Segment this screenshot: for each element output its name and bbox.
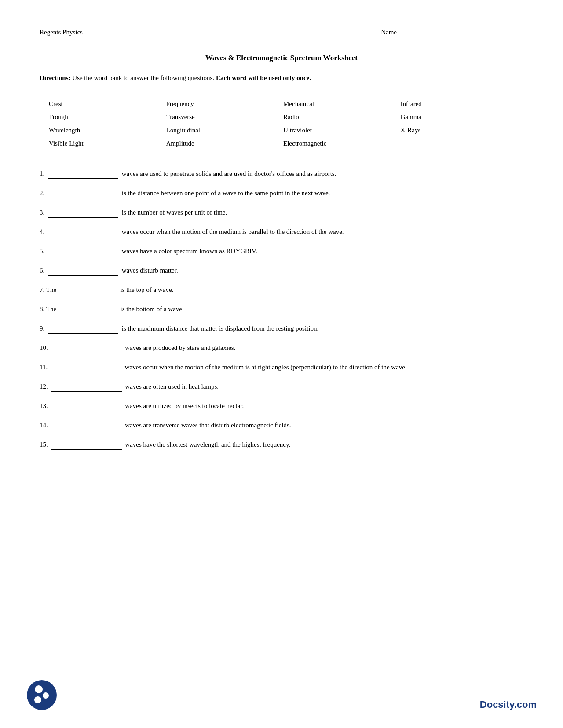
q1-text: waves are used to penetrate solids and a…	[120, 170, 336, 177]
word-bank-grid: Crest Frequency Mechanical Infrared Trou…	[47, 98, 516, 149]
q9-text: is the maximum distance that matter is d…	[120, 325, 318, 332]
q11-number: 11.	[40, 364, 49, 371]
q3-text: is the number of waves per unit of time.	[120, 209, 227, 216]
question-7: 7. The is the top of a wave.	[40, 284, 523, 295]
q2-blank[interactable]	[48, 190, 118, 198]
q4-number: 4.	[40, 228, 46, 235]
q13-text: waves are utilized by insects to locate …	[124, 402, 244, 409]
word-longitudinal: Longitudinal	[165, 124, 282, 136]
q4-blank[interactable]	[48, 229, 118, 237]
word-ultraviolet: Ultraviolet	[282, 124, 399, 136]
q2-text: is the distance between one point of a w…	[120, 189, 330, 197]
word-infrared: Infrared	[399, 98, 516, 110]
q14-blank[interactable]	[51, 422, 122, 430]
q10-number: 10.	[40, 344, 50, 351]
question-9: 9. is the maximum distance that matter i…	[40, 323, 523, 334]
name-label: Name	[381, 29, 397, 36]
question-15: 15. waves have the shortest wavelength a…	[40, 439, 523, 450]
directions-label: Directions:	[40, 74, 71, 81]
word-empty	[399, 137, 516, 149]
svg-point-0	[27, 680, 57, 710]
questions-section: 1. waves are used to penetrate solids an…	[40, 168, 523, 450]
question-11: 11. waves occur when the motion of the m…	[40, 362, 523, 372]
q12-number: 12.	[40, 383, 50, 390]
q5-text: waves have a color spectrum known as ROY…	[120, 248, 257, 255]
q5-blank[interactable]	[48, 248, 118, 256]
q13-blank[interactable]	[51, 403, 122, 411]
q11-blank[interactable]	[51, 364, 121, 372]
q3-blank[interactable]	[48, 210, 118, 218]
directions: Directions: Use the word bank to answer …	[40, 73, 523, 83]
svg-point-1	[35, 685, 43, 693]
subject-label: Regents Physics	[40, 29, 83, 36]
question-6: 6. waves disturb matter.	[40, 265, 523, 276]
q7-prefix: 7. The	[40, 286, 58, 293]
q4-text: waves occur when the motion of the mediu…	[120, 228, 344, 235]
header: Regents Physics Name	[40, 26, 523, 36]
docsity-icon	[26, 680, 57, 710]
q9-number: 9.	[40, 325, 46, 332]
question-8: 8. The is the bottom of a wave.	[40, 304, 523, 314]
q1-number: 1.	[40, 170, 46, 177]
question-2: 2. is the distance between one point of …	[40, 188, 523, 198]
word-frequency: Frequency	[165, 98, 282, 110]
q12-blank[interactable]	[51, 384, 122, 392]
q11-text: waves occur when the motion of the mediu…	[123, 364, 407, 371]
word-xrays: X-Rays	[399, 124, 516, 136]
word-bank: Crest Frequency Mechanical Infrared Trou…	[40, 92, 523, 155]
question-10: 10. waves are produced by stars and gala…	[40, 342, 523, 353]
question-4: 4. waves occur when the motion of the me…	[40, 226, 523, 237]
docsity-logo: Docsity.com	[480, 699, 537, 710]
word-wavelength: Wavelength	[47, 124, 165, 136]
q10-text: waves are produced by stars and galaxies…	[124, 344, 236, 351]
word-gamma: Gamma	[399, 111, 516, 123]
name-field: Name	[381, 26, 523, 36]
name-line[interactable]	[400, 26, 523, 34]
q15-blank[interactable]	[51, 442, 122, 450]
q8-blank[interactable]	[60, 306, 117, 314]
q8-text: is the bottom of a wave.	[119, 306, 184, 313]
q7-text: is the top of a wave.	[119, 286, 174, 293]
word-mechanical: Mechanical	[282, 98, 399, 110]
q1-blank[interactable]	[48, 171, 118, 179]
q8-prefix: 8. The	[40, 306, 58, 313]
q7-blank[interactable]	[60, 287, 117, 295]
worksheet-title: Waves & Electromagnetic Spectrum Workshe…	[205, 54, 358, 62]
title-section: Waves & Electromagnetic Spectrum Workshe…	[40, 54, 523, 62]
q6-text: waves disturb matter.	[120, 267, 178, 274]
q5-number: 5.	[40, 248, 46, 255]
svg-point-3	[34, 696, 41, 703]
question-1: 1. waves are used to penetrate solids an…	[40, 168, 523, 179]
q12-text: waves are often used in heat lamps.	[124, 383, 219, 390]
q14-number: 14.	[40, 422, 50, 429]
directions-bold: Each word will be used only once.	[216, 74, 311, 81]
directions-text: Use the word bank to answer the followin…	[71, 74, 216, 81]
q15-number: 15.	[40, 441, 50, 448]
q14-text: waves are transverse waves that disturb …	[124, 422, 291, 429]
word-electromagnetic: Electromagnetic	[282, 137, 399, 149]
q3-number: 3.	[40, 209, 46, 216]
word-transverse: Transverse	[165, 111, 282, 123]
svg-point-2	[43, 692, 49, 699]
q13-number: 13.	[40, 402, 50, 409]
word-crest: Crest	[47, 98, 165, 110]
footer: Docsity.com	[0, 680, 563, 710]
question-12: 12. waves are often used in heat lamps.	[40, 381, 523, 392]
q2-number: 2.	[40, 189, 46, 197]
question-14: 14. waves are transverse waves that dist…	[40, 420, 523, 430]
q10-blank[interactable]	[51, 345, 122, 353]
question-13: 13. waves are utilized by insects to loc…	[40, 400, 523, 411]
page: Regents Physics Name Waves & Electromagn…	[0, 0, 563, 728]
word-trough: Trough	[47, 111, 165, 123]
q15-text: waves have the shortest wavelength and t…	[124, 441, 291, 448]
question-5: 5. waves have a color spectrum known as …	[40, 246, 523, 256]
word-radio: Radio	[282, 111, 399, 123]
q9-blank[interactable]	[48, 326, 118, 334]
q6-number: 6.	[40, 267, 46, 274]
q6-blank[interactable]	[48, 268, 118, 276]
word-visible-light: Visible Light	[47, 137, 165, 149]
question-3: 3. is the number of waves per unit of ti…	[40, 207, 523, 218]
word-amplitude: Amplitude	[165, 137, 282, 149]
